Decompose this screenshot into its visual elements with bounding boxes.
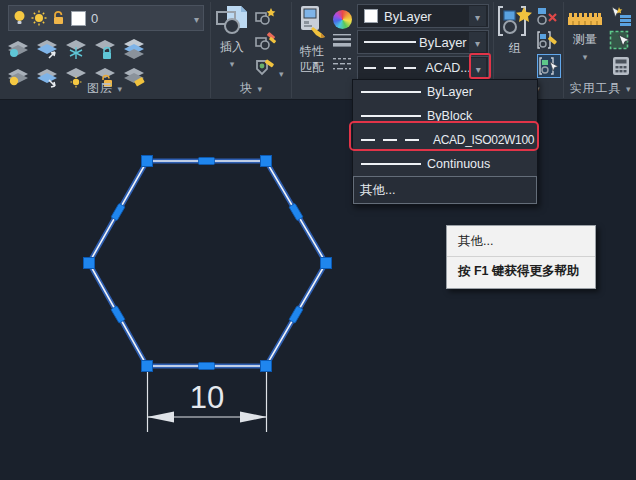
tooltip-hint: 按 F1 键获得更多帮助 (447, 257, 595, 288)
group-button[interactable]: 组 (496, 5, 534, 57)
sun-icon (31, 10, 47, 26)
quick-select-button[interactable] (608, 5, 634, 27)
color-value: ByLayer (384, 9, 432, 24)
layer-combo[interactable]: 0 (8, 5, 204, 31)
ruler-icon (567, 12, 603, 26)
autocad-window: 10 (0, 0, 636, 480)
measure-button-label: 测量 (573, 31, 597, 48)
utilities-panel-label[interactable]: 实用工具 (565, 80, 636, 97)
dim-arrow-left (147, 412, 174, 423)
linetype-option-acad-iso02w100[interactable]: ACAD_ISO02W100 (353, 128, 537, 152)
linetype-value: ACAD... (426, 61, 471, 75)
linetype-dropdown-list: ByLayer ByBlock ACAD_ISO02W100 Continuou… (352, 79, 538, 205)
linetype-option-continuous[interactable]: Continuous (353, 152, 537, 176)
insert-block-button[interactable]: 插入 (214, 4, 250, 70)
linetype-solid-preview (361, 115, 421, 117)
ribbon: 0 (0, 0, 636, 100)
linetype-icon[interactable] (331, 55, 353, 75)
dimension-text: 10 (190, 380, 224, 415)
quick-calc-button[interactable] (608, 55, 634, 77)
bulb-icon (13, 10, 26, 26)
match-properties-label: 特性匹配 (298, 43, 326, 75)
vertex-grips[interactable] (84, 156, 332, 372)
layers-panel: 0 (0, 0, 210, 100)
linetype-option-other[interactable]: 其他... (353, 176, 537, 204)
layer-isolate-button[interactable] (33, 36, 61, 62)
midpoint-grips[interactable] (111, 158, 303, 370)
color-swatch (364, 9, 378, 23)
layer-off-button[interactable] (4, 36, 32, 62)
object-color-combo[interactable]: ByLayer (357, 4, 489, 28)
chevron-down-icon (230, 56, 235, 70)
edit-attribute-flyout[interactable] (279, 63, 284, 81)
layer-freeze-button[interactable] (62, 36, 90, 62)
chevron-down-icon (626, 81, 632, 95)
create-block-button[interactable] (252, 6, 278, 28)
insert-button-label: 插入 (220, 39, 244, 56)
tooltip-title: 其他... (447, 226, 595, 257)
group-icon (497, 5, 533, 37)
color-wheel-icon[interactable] (331, 8, 353, 30)
insert-block-icon (215, 4, 249, 36)
layer-lock-button[interactable] (91, 36, 119, 62)
color-swatch (71, 11, 86, 26)
group-button-label: 组 (509, 40, 521, 57)
match-properties-icon (297, 5, 327, 39)
linetype-solid-preview (361, 163, 421, 165)
group-edit-button[interactable] (534, 29, 560, 51)
linetype-option-byblock[interactable]: ByBlock (353, 104, 537, 128)
chevron-down-icon (257, 81, 263, 95)
linear-dimension[interactable]: 10 (147, 372, 267, 432)
lineweight-combo[interactable]: ByLayer (357, 30, 489, 54)
dim-arrow-right (240, 412, 267, 423)
measure-button[interactable]: 测量 (565, 12, 605, 63)
lineweight-preview (364, 41, 416, 43)
block-panel-label[interactable]: 块 (212, 80, 291, 97)
unlock-icon (52, 10, 66, 26)
linetype-combo[interactable]: ACAD... (357, 56, 489, 80)
lineweight-value: ByLayer (419, 35, 467, 50)
chevron-down-icon (583, 49, 588, 63)
chevron-down-icon (117, 81, 123, 95)
write-block-button[interactable] (252, 31, 278, 53)
lineweight-combo-arrow[interactable] (469, 32, 486, 52)
linetype-combo-arrow[interactable] (471, 58, 486, 78)
group-select-toggle-button[interactable] (536, 54, 562, 78)
utilities-panel: 测量 实用工具 (565, 0, 636, 100)
ungroup-button[interactable] (534, 5, 560, 27)
linetype-dashed-preview (361, 139, 427, 141)
lineweight-icon[interactable] (331, 32, 353, 50)
linetype-preview (364, 67, 424, 69)
hexagon-polyline[interactable] (89, 161, 326, 366)
tooltip: 其他... 按 F1 键获得更多帮助 (446, 225, 596, 289)
layers-panel-label[interactable]: 图层 (0, 80, 210, 97)
select-similar-button[interactable] (607, 29, 633, 53)
linetype-solid-preview (361, 91, 421, 93)
linetype-option-bylayer[interactable]: ByLayer (353, 80, 537, 104)
match-properties-button[interactable]: 特性匹配 (295, 5, 329, 75)
chevron-down-icon[interactable] (194, 9, 199, 27)
edit-attribute-button[interactable] (252, 56, 278, 78)
layer-state-button[interactable] (120, 36, 148, 62)
layer-name: 0 (91, 11, 189, 26)
color-combo-arrow[interactable] (469, 6, 486, 26)
insert-panel: 插入 块 (212, 0, 291, 100)
